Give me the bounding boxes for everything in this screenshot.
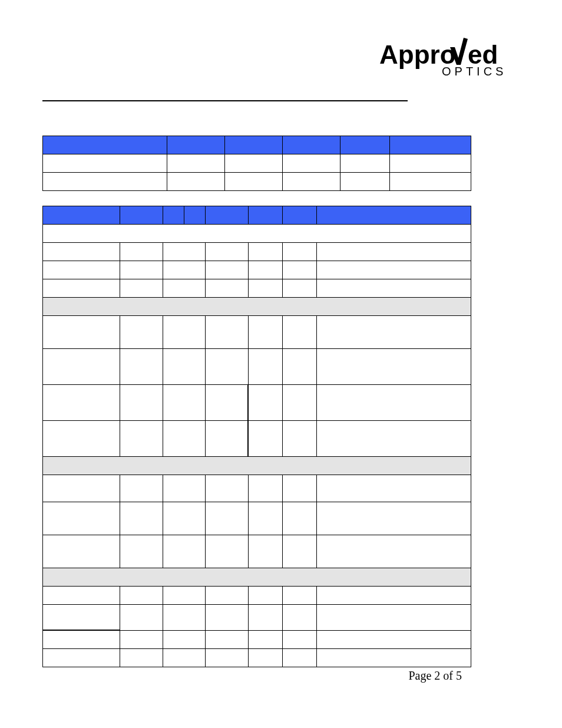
table1-cell: [167, 154, 224, 173]
table2-h0: [43, 206, 120, 225]
table2-group2-title: [43, 457, 471, 475]
table2-h2a: [163, 206, 184, 224]
table-row: [43, 535, 471, 568]
table1-cell: [43, 154, 167, 173]
table2-h6: [317, 206, 471, 225]
title-rule: [42, 100, 408, 101]
table1-cell: [43, 173, 167, 191]
spec-table-1: [42, 136, 471, 191]
table-row: [43, 605, 471, 631]
table1-cell: [224, 154, 282, 173]
table2-header: [43, 206, 471, 225]
table2-group3-title: [43, 568, 471, 587]
table2-h2b: [184, 206, 205, 224]
table1-cell: [283, 173, 340, 191]
table-row: [43, 475, 471, 502]
table1-cell: [389, 173, 471, 191]
page-number: Page 2 of 5: [408, 669, 462, 683]
table-row: [43, 649, 471, 667]
table2-section: [43, 568, 471, 587]
table1-h0: [43, 136, 167, 154]
table1-header: [43, 136, 471, 154]
brand-logo: Appro ed OPTICS: [379, 35, 527, 83]
table2-h2: [163, 206, 206, 225]
table-row: [43, 349, 471, 385]
table1-h1: [167, 136, 224, 154]
table1-row: [43, 154, 471, 173]
table1-cell: [389, 154, 471, 173]
table1-h4: [340, 136, 390, 154]
table1-h3: [283, 136, 340, 154]
table-row: [43, 316, 471, 349]
table1-h2: [224, 136, 282, 154]
table1-h5: [389, 136, 471, 154]
table2-group-title: [43, 225, 471, 243]
table-row: [43, 385, 471, 421]
table1-cell: [340, 154, 390, 173]
table2-h4: [248, 206, 282, 225]
table2-h5: [283, 206, 317, 225]
table-row: [43, 502, 471, 535]
table2-section: [43, 298, 471, 316]
table1-row: [43, 173, 471, 191]
table2-group1-title: [43, 298, 471, 316]
table1-cell: [340, 173, 390, 191]
table-row: [43, 630, 471, 649]
table-row: [43, 261, 471, 279]
table1-cell: [283, 154, 340, 173]
table1-cell: [167, 173, 224, 191]
table-row: [43, 243, 471, 261]
table-row: [43, 421, 471, 457]
table2-h3: [206, 206, 249, 225]
spec-table-2: [42, 206, 471, 667]
table1-cell: [224, 173, 282, 191]
table2-group0-title: [43, 225, 471, 243]
table2-h1: [120, 206, 163, 225]
table-row: [43, 279, 471, 298]
svg-text:OPTICS: OPTICS: [442, 65, 507, 78]
table-row: [43, 587, 471, 605]
table2-section: [43, 457, 471, 475]
